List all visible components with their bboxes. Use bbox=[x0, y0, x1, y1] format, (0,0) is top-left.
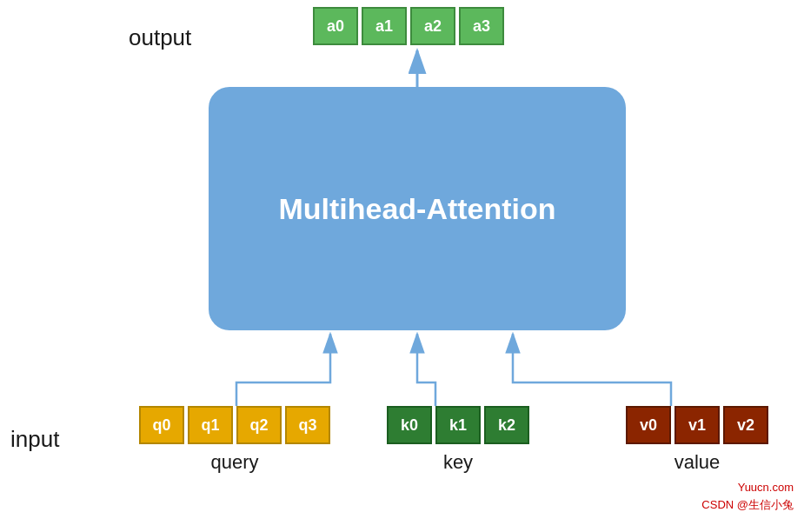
key-box-k1: k1 bbox=[435, 406, 481, 444]
output-box-a1: a1 bbox=[362, 7, 407, 45]
output-box-a0: a0 bbox=[313, 7, 358, 45]
watermark-line2: CSDN @生信小兔 bbox=[701, 496, 794, 514]
output-label: output bbox=[129, 24, 191, 51]
key-boxes: k0 k1 k2 bbox=[387, 406, 529, 444]
key-label: key bbox=[387, 451, 529, 474]
key-group: k0 k1 k2 key bbox=[387, 406, 529, 474]
output-box-a3: a3 bbox=[459, 7, 504, 45]
key-box-k0: k0 bbox=[387, 406, 432, 444]
query-box-q2: q2 bbox=[236, 406, 282, 444]
query-box-q1: q1 bbox=[188, 406, 233, 444]
value-label: value bbox=[626, 451, 768, 474]
value-boxes: v0 v1 v2 bbox=[626, 406, 768, 444]
query-group: q0 q1 q2 q3 query bbox=[139, 406, 330, 474]
query-label: query bbox=[139, 451, 330, 474]
value-group: v0 v1 v2 value bbox=[626, 406, 768, 474]
query-box-q0: q0 bbox=[139, 406, 184, 444]
diagram-container: output a0 a1 a2 a3 Multihead-Attention i… bbox=[0, 0, 804, 532]
attention-block: Multihead-Attention bbox=[209, 87, 626, 330]
query-boxes: q0 q1 q2 q3 bbox=[139, 406, 330, 444]
watermark: Yuucn.com CSDN @生信小兔 bbox=[701, 479, 794, 513]
value-box-v0: v0 bbox=[626, 406, 671, 444]
value-box-v1: v1 bbox=[674, 406, 720, 444]
key-box-k2: k2 bbox=[484, 406, 529, 444]
query-box-q3: q3 bbox=[285, 406, 330, 444]
attention-label: Multihead-Attention bbox=[278, 192, 555, 226]
watermark-line1: Yuucn.com bbox=[701, 479, 794, 496]
value-box-v2: v2 bbox=[723, 406, 768, 444]
input-label: input bbox=[10, 426, 59, 453]
output-boxes: a0 a1 a2 a3 bbox=[313, 7, 504, 45]
output-box-a2: a2 bbox=[410, 7, 455, 45]
